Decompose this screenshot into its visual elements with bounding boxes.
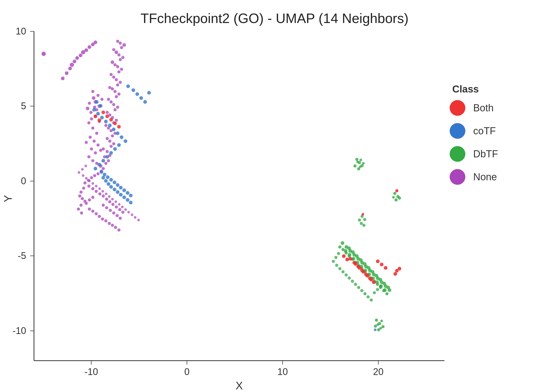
svg-point-61 bbox=[106, 137, 109, 140]
svg-point-190 bbox=[101, 111, 105, 114]
svg-point-32 bbox=[89, 111, 93, 114]
svg-point-263 bbox=[382, 282, 386, 285]
svg-point-60 bbox=[108, 140, 111, 143]
svg-point-158 bbox=[113, 147, 117, 151]
svg-text:0: 0 bbox=[21, 176, 26, 186]
svg-point-152 bbox=[108, 124, 112, 127]
legend-circle-cotf bbox=[450, 123, 465, 139]
svg-point-119 bbox=[88, 198, 91, 201]
svg-point-221 bbox=[70, 63, 74, 67]
svg-point-341 bbox=[379, 327, 382, 330]
svg-point-157 bbox=[117, 143, 121, 147]
svg-point-59 bbox=[112, 142, 115, 145]
svg-point-227 bbox=[88, 45, 91, 49]
legend-label-dbtf: DbTF bbox=[473, 148, 498, 160]
svg-text:0: 0 bbox=[184, 366, 190, 377]
svg-point-106 bbox=[83, 181, 87, 185]
svg-point-40 bbox=[89, 136, 92, 139]
svg-point-311 bbox=[376, 260, 380, 263]
svg-point-257 bbox=[359, 258, 363, 262]
svg-point-280 bbox=[385, 292, 388, 295]
svg-point-126 bbox=[104, 219, 107, 222]
svg-point-330 bbox=[394, 198, 398, 201]
svg-point-187 bbox=[122, 195, 126, 199]
svg-point-144 bbox=[80, 211, 83, 215]
svg-point-317 bbox=[398, 267, 401, 270]
svg-point-279 bbox=[382, 289, 385, 292]
svg-point-175 bbox=[131, 88, 135, 92]
svg-point-139 bbox=[78, 194, 81, 198]
svg-point-262 bbox=[379, 278, 382, 281]
svg-point-200 bbox=[82, 174, 84, 177]
svg-point-256 bbox=[355, 254, 359, 258]
svg-point-173 bbox=[129, 194, 133, 197]
svg-point-204 bbox=[95, 185, 98, 187]
svg-point-78 bbox=[117, 93, 121, 96]
scatter-plot: -10 0 10 20 10 5 0 -5 -10 X Y bbox=[0, 0, 549, 392]
svg-point-38 bbox=[91, 126, 94, 130]
svg-point-181 bbox=[104, 179, 108, 183]
svg-point-136 bbox=[119, 217, 122, 220]
svg-point-194 bbox=[117, 125, 121, 129]
svg-point-132 bbox=[105, 206, 108, 209]
svg-point-309 bbox=[365, 274, 369, 278]
svg-point-267 bbox=[345, 251, 348, 255]
svg-point-28 bbox=[91, 90, 94, 93]
svg-text:Y: Y bbox=[2, 195, 14, 202]
svg-point-48 bbox=[91, 159, 94, 162]
svg-point-135 bbox=[116, 214, 119, 217]
svg-point-220 bbox=[68, 67, 72, 70]
svg-point-107 bbox=[87, 185, 90, 188]
svg-point-73 bbox=[116, 106, 119, 109]
svg-point-133 bbox=[109, 209, 112, 212]
svg-point-299 bbox=[348, 257, 352, 261]
svg-point-97 bbox=[120, 46, 123, 49]
svg-point-180 bbox=[101, 176, 105, 180]
legend-circle-none bbox=[450, 169, 465, 185]
svg-point-30 bbox=[100, 98, 104, 101]
svg-point-79 bbox=[113, 90, 117, 93]
svg-point-162 bbox=[98, 163, 101, 166]
svg-point-93 bbox=[121, 56, 124, 59]
svg-point-296 bbox=[373, 291, 376, 294]
svg-text:5: 5 bbox=[21, 101, 26, 111]
svg-point-66 bbox=[104, 124, 107, 127]
svg-point-331 bbox=[398, 197, 401, 200]
svg-point-114 bbox=[111, 203, 115, 206]
svg-point-77 bbox=[115, 95, 118, 98]
svg-point-89 bbox=[116, 65, 119, 68]
svg-point-122 bbox=[91, 210, 94, 213]
svg-point-192 bbox=[109, 118, 113, 122]
svg-point-290 bbox=[354, 283, 357, 286]
legend-label-none: None bbox=[473, 171, 497, 183]
svg-rect-0 bbox=[34, 31, 444, 361]
svg-point-219 bbox=[65, 71, 68, 75]
chart-container: TFcheckpoint2 (GO) - UMAP (14 Neighbors)… bbox=[0, 0, 549, 392]
svg-point-196 bbox=[98, 118, 101, 122]
svg-point-305 bbox=[372, 280, 376, 284]
svg-point-288 bbox=[348, 276, 351, 280]
svg-point-53 bbox=[107, 159, 110, 162]
svg-point-340 bbox=[376, 323, 379, 326]
svg-point-177 bbox=[139, 96, 143, 100]
svg-point-345 bbox=[358, 218, 361, 222]
svg-point-259 bbox=[367, 266, 370, 270]
svg-point-52 bbox=[104, 162, 107, 165]
svg-point-116 bbox=[118, 208, 121, 211]
svg-point-131 bbox=[102, 204, 105, 207]
svg-point-130 bbox=[117, 228, 121, 232]
svg-point-226 bbox=[84, 48, 88, 52]
svg-point-108 bbox=[91, 187, 94, 190]
svg-point-197 bbox=[84, 165, 87, 167]
svg-point-222 bbox=[73, 60, 76, 63]
svg-point-205 bbox=[98, 187, 101, 190]
svg-point-203 bbox=[92, 182, 94, 185]
svg-point-168 bbox=[113, 181, 116, 184]
svg-point-74 bbox=[112, 103, 115, 106]
svg-point-287 bbox=[345, 273, 348, 276]
svg-point-178 bbox=[143, 100, 147, 104]
svg-point-284 bbox=[335, 264, 338, 267]
svg-point-42 bbox=[96, 143, 100, 147]
svg-point-172 bbox=[126, 191, 129, 195]
svg-point-264 bbox=[386, 286, 390, 289]
